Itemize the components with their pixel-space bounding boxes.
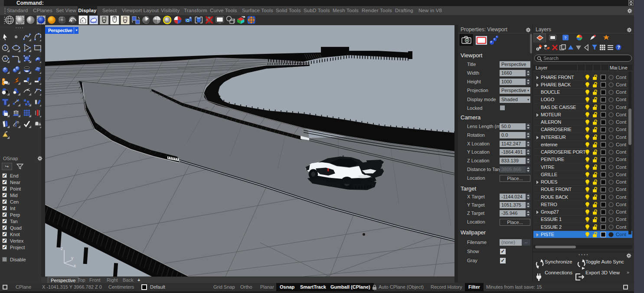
svg-text:x: x [74,263,76,268]
svg-text:y: y [71,256,73,260]
svg-text:z: z [61,246,63,251]
